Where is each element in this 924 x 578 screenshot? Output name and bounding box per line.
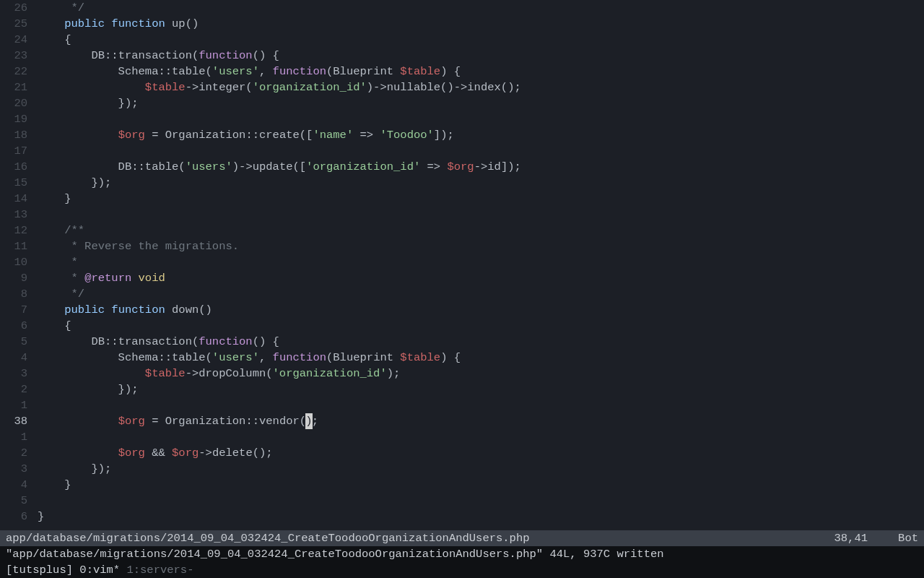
code-token: $table [400,65,440,78]
code-line[interactable]: $table->integer('organization_id')->null… [38,79,924,95]
line-number: 6 [3,509,27,525]
line-number: 18 [3,127,27,143]
line-number: 3 [3,366,27,381]
code-line[interactable]: $org = Organization::create(['name' => '… [38,127,924,143]
code-token: ->delete(); [199,447,272,460]
code-token [105,17,111,30]
tmux-statusbar[interactable]: [tutsplus] 0:vim* 1:servers- [0,562,924,578]
line-number: 14 [3,191,27,207]
line-number: 22 [3,64,27,79]
code-line[interactable]: public function down() [38,302,924,318]
line-number: 5 [3,334,27,350]
line-number: 8 [3,286,27,302]
code-line[interactable]: }); [38,461,924,477]
code-token: } [38,510,44,523]
code-token [38,81,145,94]
code-token: $table [145,81,186,94]
code-line[interactable] [38,207,924,223]
code-line[interactable]: $org = Organization::vendor(); [38,413,924,429]
line-number: 1 [3,397,27,413]
code-line[interactable] [38,111,924,127]
line-number: 20 [3,95,27,111]
code-token: function [111,303,165,316]
code-token: }); [38,383,139,396]
code-line[interactable]: { [38,318,924,334]
code-line[interactable]: * [38,254,924,270]
code-area[interactable]: */ public function up() { DB::transactio… [33,0,924,530]
tmux-window-list[interactable]: 0:vim* 1:servers- [79,562,193,578]
code-line[interactable]: } [38,191,924,207]
code-token: ->dropColumn( [186,367,273,380]
code-token: @return [84,272,131,285]
code-token: :: [131,160,145,173]
code-token: create([ [259,129,313,142]
line-number: 25 [3,16,27,32]
code-token: table( [172,65,212,78]
code-line[interactable]: } [38,477,924,493]
status-filepath: app/database/migrations/2014_09_04_03242… [6,530,530,546]
code-token: }); [38,97,139,110]
code-token: 'users' [186,160,232,173]
code-line[interactable]: /** [38,223,924,238]
code-line[interactable]: Schema::table('users', function(Blueprin… [38,350,924,366]
code-token: function [199,335,252,348]
code-token: function [273,65,326,78]
code-token: ->integer( [186,81,253,94]
status-scroll: Bot [868,530,918,546]
code-token: * [38,256,78,269]
code-line[interactable]: DB::transaction(function() { [38,48,924,64]
tmux-window[interactable]: 0:vim* [79,564,120,577]
code-token: () { [253,49,279,62]
code-line[interactable]: */ [38,0,924,16]
code-token: Schema [38,65,158,78]
editor-pane[interactable]: 2625242322212019181716151413121110987654… [0,0,924,530]
code-token: }); [38,176,111,189]
code-token [38,303,64,316]
tmux-window[interactable]: 1:servers- [126,564,193,577]
code-line[interactable]: }); [38,95,924,111]
code-token: 'Toodoo' [380,129,433,142]
code-token: table( [172,351,212,364]
code-line[interactable] [38,429,924,445]
code-line[interactable]: Schema::table('users', function(Blueprin… [38,64,924,79]
code-line[interactable]: { [38,32,924,48]
code-line[interactable]: * Reverse the migrations. [38,238,924,254]
code-line[interactable] [38,397,924,413]
tmux-session[interactable]: [tutsplus] [6,562,73,578]
code-line[interactable]: }); [38,381,924,397]
code-token: DB [38,160,131,173]
code-token: => [353,129,380,142]
code-token: DB [38,49,105,62]
code-token: function [273,351,326,364]
code-token: , [259,65,273,78]
code-line[interactable] [38,493,924,509]
code-line[interactable]: DB::transaction(function() { [38,334,924,350]
code-line[interactable]: }); [38,175,924,191]
code-line[interactable]: } [38,509,924,525]
code-line[interactable]: */ [38,286,924,302]
code-line[interactable]: DB::table('users')->update(['organizatio… [38,159,924,175]
code-line[interactable]: * @return void [38,270,924,286]
code-line[interactable] [38,143,924,159]
line-number: 6 [3,318,27,334]
code-token: = Organization [145,129,246,142]
code-line[interactable]: public function up() [38,16,924,32]
code-token: $org [118,129,145,142]
line-number: 11 [3,238,27,254]
code-token: function [199,49,252,62]
line-number: 10 [3,254,27,270]
code-token: ) { [440,351,461,364]
code-token: (Blueprint [326,65,400,78]
line-number: 5 [3,493,27,509]
line-number: 4 [3,350,27,366]
code-token [38,415,118,428]
code-line[interactable]: $org && $org->delete(); [38,445,924,461]
code-line[interactable]: $table->dropColumn('organization_id'); [38,366,924,381]
vim-statusline: app/database/migrations/2014_09_04_03242… [0,530,924,546]
vim-message: "app/database/migrations/2014_09_04_0324… [6,546,664,562]
code-token: public [64,17,105,30]
line-number: 38 [3,413,27,429]
line-number: 15 [3,175,27,191]
line-number: 2 [3,381,27,397]
code-token: :: [158,351,172,364]
